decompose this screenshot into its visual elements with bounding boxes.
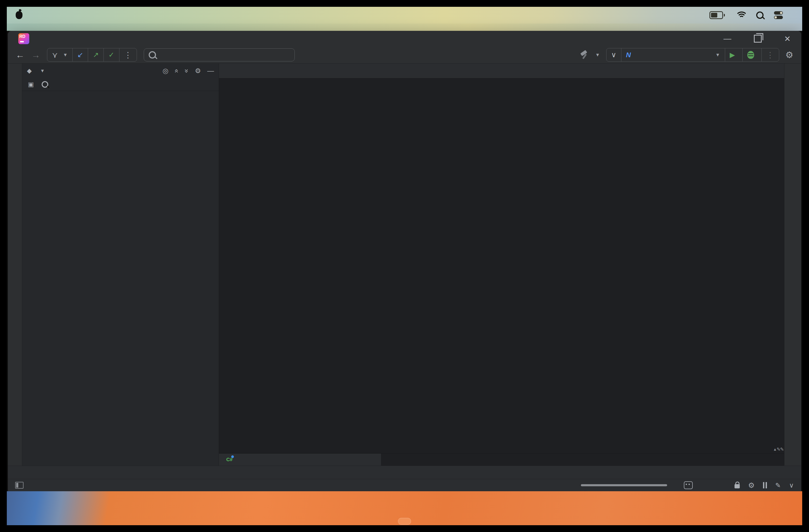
rider-window: RD — ✕ ← → ⋎ ▼ ↙ ↗ ✓ ⋮ — [8, 31, 801, 491]
ide-titlebar: RD — ✕ — [8, 31, 801, 47]
restore-button[interactable] — [754, 35, 762, 42]
push-button[interactable]: ↗ — [88, 48, 104, 62]
solution-panel-toolbar: ▣ — [22, 78, 219, 91]
dock — [398, 518, 411, 525]
editor-bottom-bar: C# — [219, 453, 784, 466]
project-tree — [22, 91, 219, 466]
window-controls: — ✕ — [724, 34, 791, 44]
vcs-more-button[interactable]: ⋮ — [119, 48, 137, 62]
run-configuration-select[interactable]: N ▼ — [621, 48, 725, 62]
solution-panel: ◆ ▼ ◎ « » ⚙ — ▣ — [22, 64, 219, 466]
tool-windows-bar — [8, 466, 801, 479]
battery-indicator[interactable] — [707, 11, 725, 19]
run-more-button[interactable]: ⋮ — [762, 48, 779, 62]
hide-panel-icon[interactable]: — — [207, 67, 214, 75]
collapse-all-icon[interactable]: » — [183, 69, 191, 73]
config-chevron[interactable]: ∨ — [606, 48, 621, 62]
control-center-icon[interactable] — [774, 11, 783, 19]
main-toolbar: ← → ⋎ ▼ ↙ ↗ ✓ ⋮ ▼ ∨ — [8, 47, 801, 63]
panel-settings-icon[interactable]: ⚙ — [195, 67, 201, 75]
menubar-status-area — [696, 11, 793, 19]
git-branch-icon: ⋎ — [52, 50, 58, 59]
editor-tabs — [219, 64, 784, 79]
scroll-to-source-icon[interactable]: ▣ — [28, 81, 34, 88]
pen-icon[interactable]: ✎ — [775, 482, 781, 489]
debug-bug-icon — [747, 51, 754, 59]
active-project-chip[interactable]: C# — [219, 453, 381, 466]
solution-view-icon: ◆ — [27, 67, 32, 74]
commit-button[interactable]: ✓ — [104, 48, 119, 62]
status-right: ⚙ ✎ ∨ — [572, 481, 794, 490]
background-task-progress — [581, 484, 667, 486]
update-project-button[interactable]: ↙ — [73, 48, 88, 62]
read-only-lock-icon[interactable] — [735, 484, 740, 488]
search-icon — [149, 51, 156, 58]
debug-button[interactable] — [743, 48, 762, 62]
solution-panel-header: ◆ ▼ ◎ « » ⚙ — — [22, 64, 219, 78]
vcs-widget: ⋎ ▼ ↙ ↗ ✓ ⋮ — [47, 48, 137, 62]
build-button[interactable] — [580, 50, 589, 59]
editor-area: ▴✎✎ C# — [219, 64, 784, 466]
wifi-icon[interactable] — [735, 12, 746, 19]
chevron-down-icon[interactable]: ∨ — [789, 482, 794, 489]
panel-search-icon[interactable] — [41, 81, 48, 88]
left-tool-stripe — [8, 64, 22, 466]
rider-logo-icon: RD — [18, 33, 29, 44]
desktop: RD — ✕ ← → ⋎ ▼ ↙ ↗ ✓ ⋮ — [7, 7, 802, 525]
desktop-wallpaper-strip — [7, 23, 802, 31]
build-chevron-icon[interactable]: ▼ — [595, 52, 600, 58]
status-bar: ⚙ ✎ ∨ — [8, 479, 801, 491]
search-everywhere[interactable] — [144, 48, 295, 62]
close-button[interactable]: ✕ — [784, 34, 791, 44]
spotlight-search-icon[interactable] — [756, 12, 763, 19]
battery-icon — [709, 11, 723, 19]
analysis-marker-bar[interactable] — [775, 81, 782, 439]
back-button[interactable]: ← — [16, 50, 24, 60]
user-gear-icon[interactable]: ⚙ — [748, 481, 755, 490]
run-button[interactable]: ▶ — [725, 48, 743, 62]
pause-icon[interactable] — [763, 482, 767, 488]
csharp-project-icon: C# — [225, 456, 234, 464]
expand-all-icon[interactable]: « — [172, 69, 180, 73]
ai-robot-icon[interactable] — [684, 481, 693, 489]
git-branch-button[interactable]: ⋎ ▼ — [47, 48, 73, 62]
code-editor[interactable]: ▴✎✎ — [219, 79, 784, 453]
chevron-down-icon[interactable]: ▼ — [40, 68, 45, 74]
locate-file-icon[interactable]: ◎ — [162, 67, 169, 75]
macos-menubar — [7, 7, 802, 23]
toggle-tool-windows-icon[interactable] — [15, 482, 23, 488]
run-widget: ∨ N ▼ ▶ ⋮ — [606, 48, 779, 62]
run-icon: ▶ — [730, 51, 735, 59]
chevron-down-icon: ▼ — [716, 52, 720, 58]
forward-button[interactable]: → — [31, 50, 40, 60]
dock-zone — [7, 491, 802, 525]
run-config-icon: N — [626, 51, 631, 59]
toolbar-right: ▼ ∨ N ▼ ▶ ⋮ — [580, 48, 793, 62]
right-tool-stripe — [784, 64, 801, 466]
chevron-down-icon: ▼ — [63, 52, 68, 58]
battery-nub — [724, 14, 725, 16]
ide-main: ◆ ▼ ◎ « » ⚙ — ▣ — [8, 63, 801, 466]
apple-menu-icon[interactable] — [16, 11, 22, 19]
highlighting-level-widget[interactable]: ▴✎✎ — [773, 446, 784, 452]
menubar-left — [16, 11, 49, 19]
panel-header-actions: ◎ « » ⚙ — — [162, 67, 214, 75]
minimize-button[interactable]: — — [724, 34, 731, 43]
settings-gear-icon[interactable]: ⚙ — [786, 50, 793, 60]
